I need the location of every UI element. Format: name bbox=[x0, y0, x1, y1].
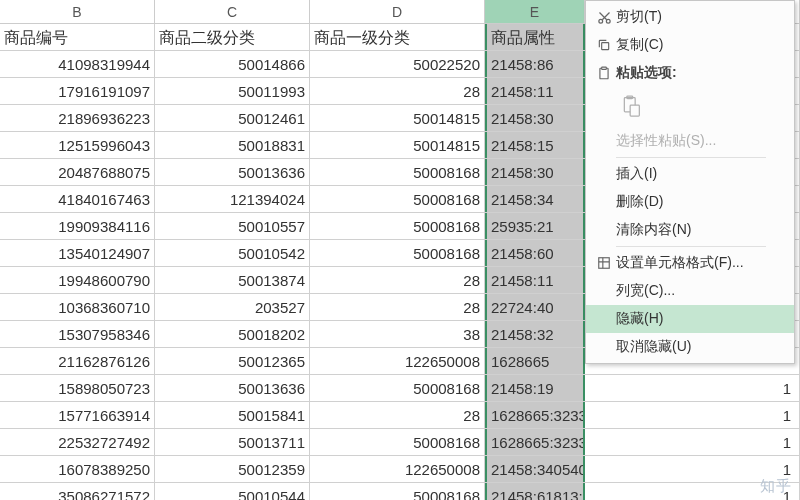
cell[interactable]: 122650008 bbox=[310, 456, 485, 482]
cell[interactable]: 15307958346 bbox=[0, 321, 155, 347]
cell[interactable]: 1 bbox=[585, 375, 800, 401]
menu-label: 列宽(C)... bbox=[616, 282, 784, 300]
header-cell[interactable]: 商品编号 bbox=[0, 24, 155, 50]
cell[interactable]: 28 bbox=[310, 402, 485, 428]
menu-insert[interactable]: 插入(I) bbox=[586, 160, 794, 188]
menu-cut[interactable]: 剪切(T) bbox=[586, 3, 794, 31]
cell[interactable]: 50013874 bbox=[155, 267, 310, 293]
table-row: 160783892505001235912265000821458:340540… bbox=[0, 456, 800, 483]
cell[interactable]: 21458:34 bbox=[485, 186, 585, 212]
cell[interactable]: 50010557 bbox=[155, 213, 310, 239]
menu-copy[interactable]: 复制(C) bbox=[586, 31, 794, 59]
menu-label: 删除(D) bbox=[616, 193, 784, 211]
cell[interactable]: 19909384116 bbox=[0, 213, 155, 239]
cell[interactable]: 50010542 bbox=[155, 240, 310, 266]
col-header-d[interactable]: D bbox=[310, 0, 485, 23]
cell[interactable]: 21162876126 bbox=[0, 348, 155, 374]
cell[interactable]: 13540124907 bbox=[0, 240, 155, 266]
cell[interactable]: 50018202 bbox=[155, 321, 310, 347]
cell[interactable]: 20487688075 bbox=[0, 159, 155, 185]
cell[interactable]: 21458:15 bbox=[485, 132, 585, 158]
cell[interactable]: 50015841 bbox=[155, 402, 310, 428]
cell[interactable]: 121394024 bbox=[155, 186, 310, 212]
paste-button[interactable] bbox=[616, 91, 646, 121]
cell[interactable]: 21458:3405407;163 bbox=[485, 456, 585, 482]
cell[interactable]: 1628665:3233941;1 bbox=[485, 402, 585, 428]
cell[interactable]: 12515996043 bbox=[0, 132, 155, 158]
menu-unhide[interactable]: 取消隐藏(U) bbox=[586, 333, 794, 361]
cell[interactable]: 41840167463 bbox=[0, 186, 155, 212]
cell[interactable]: 1 bbox=[585, 402, 800, 428]
cell[interactable]: 50008168 bbox=[310, 375, 485, 401]
col-header-c[interactable]: C bbox=[155, 0, 310, 23]
cell[interactable]: 21458:19 bbox=[485, 375, 585, 401]
cell[interactable]: 50008168 bbox=[310, 213, 485, 239]
cell[interactable]: 22532727492 bbox=[0, 429, 155, 455]
cell[interactable]: 15771663914 bbox=[0, 402, 155, 428]
cell[interactable]: 50008168 bbox=[310, 429, 485, 455]
cell[interactable]: 21458:86 bbox=[485, 51, 585, 77]
cell[interactable]: 35086271572 bbox=[0, 483, 155, 500]
cell[interactable]: 50012365 bbox=[155, 348, 310, 374]
cell[interactable]: 203527 bbox=[155, 294, 310, 320]
cell[interactable]: 122650008 bbox=[310, 348, 485, 374]
cell[interactable]: 50013711 bbox=[155, 429, 310, 455]
menu-delete[interactable]: 删除(D) bbox=[586, 188, 794, 216]
cell[interactable]: 28 bbox=[310, 294, 485, 320]
cell[interactable]: 50018831 bbox=[155, 132, 310, 158]
cell[interactable]: 21458:11 bbox=[485, 267, 585, 293]
svg-point-1 bbox=[606, 19, 610, 23]
cell[interactable]: 19948600790 bbox=[0, 267, 155, 293]
cell[interactable]: 25935:21 bbox=[485, 213, 585, 239]
cell[interactable]: 21458:11 bbox=[485, 78, 585, 104]
cell[interactable]: 16078389250 bbox=[0, 456, 155, 482]
cell[interactable]: 50012359 bbox=[155, 456, 310, 482]
cell[interactable]: 1628665:3233941;1 bbox=[485, 429, 585, 455]
header-cell[interactable]: 商品属性 bbox=[485, 24, 585, 50]
cell[interactable]: 50022520 bbox=[310, 51, 485, 77]
cell[interactable]: 50013636 bbox=[155, 159, 310, 185]
table-row: 1577166391450015841281628665:3233941;11 bbox=[0, 402, 800, 429]
cell[interactable]: 38 bbox=[310, 321, 485, 347]
menu-label: 取消隐藏(U) bbox=[616, 338, 784, 356]
cell[interactable]: 17916191097 bbox=[0, 78, 155, 104]
menu-paste-options-heading: 粘贴选项: bbox=[586, 59, 794, 87]
cell[interactable]: 22724:40 bbox=[485, 294, 585, 320]
cell[interactable]: 1 bbox=[585, 429, 800, 455]
cell[interactable]: 50008168 bbox=[310, 159, 485, 185]
cell[interactable]: 15898050723 bbox=[0, 375, 155, 401]
cell[interactable]: 50013636 bbox=[155, 375, 310, 401]
cell[interactable]: 28 bbox=[310, 267, 485, 293]
cell[interactable]: 21458:61813;25935 bbox=[485, 483, 585, 500]
cell[interactable]: 50010544 bbox=[155, 483, 310, 500]
cell[interactable]: 41098319944 bbox=[0, 51, 155, 77]
menu-label: 隐藏(H) bbox=[616, 310, 784, 328]
cell[interactable]: 50008168 bbox=[310, 240, 485, 266]
menu-format-cells[interactable]: 设置单元格格式(F)... bbox=[586, 249, 794, 277]
cell[interactable]: 21458:30 bbox=[485, 105, 585, 131]
menu-clear-contents[interactable]: 清除内容(N) bbox=[586, 216, 794, 244]
cell[interactable]: 50014815 bbox=[310, 132, 485, 158]
cell[interactable]: 50011993 bbox=[155, 78, 310, 104]
header-cell[interactable]: 商品二级分类 bbox=[155, 24, 310, 50]
menu-label: 设置单元格格式(F)... bbox=[616, 254, 784, 272]
menu-hide[interactable]: 隐藏(H) bbox=[586, 305, 794, 333]
cell[interactable]: 21896936223 bbox=[0, 105, 155, 131]
cell[interactable]: 50014866 bbox=[155, 51, 310, 77]
cell[interactable]: 50008168 bbox=[310, 483, 485, 500]
cell[interactable]: 50008168 bbox=[310, 186, 485, 212]
cell[interactable]: 28 bbox=[310, 78, 485, 104]
menu-column-width[interactable]: 列宽(C)... bbox=[586, 277, 794, 305]
cell[interactable]: 21458:60 bbox=[485, 240, 585, 266]
menu-label: 剪切(T) bbox=[616, 8, 784, 26]
cell[interactable]: 1628665 bbox=[485, 348, 585, 374]
cell[interactable]: 21458:32 bbox=[485, 321, 585, 347]
cell[interactable]: 50014815 bbox=[310, 105, 485, 131]
cell[interactable]: 21458:30 bbox=[485, 159, 585, 185]
cell[interactable]: 10368360710 bbox=[0, 294, 155, 320]
svg-rect-7 bbox=[630, 105, 639, 116]
col-header-b[interactable]: B bbox=[0, 0, 155, 23]
cell[interactable]: 50012461 bbox=[155, 105, 310, 131]
col-header-e[interactable]: E bbox=[485, 0, 585, 23]
header-cell[interactable]: 商品一级分类 bbox=[310, 24, 485, 50]
